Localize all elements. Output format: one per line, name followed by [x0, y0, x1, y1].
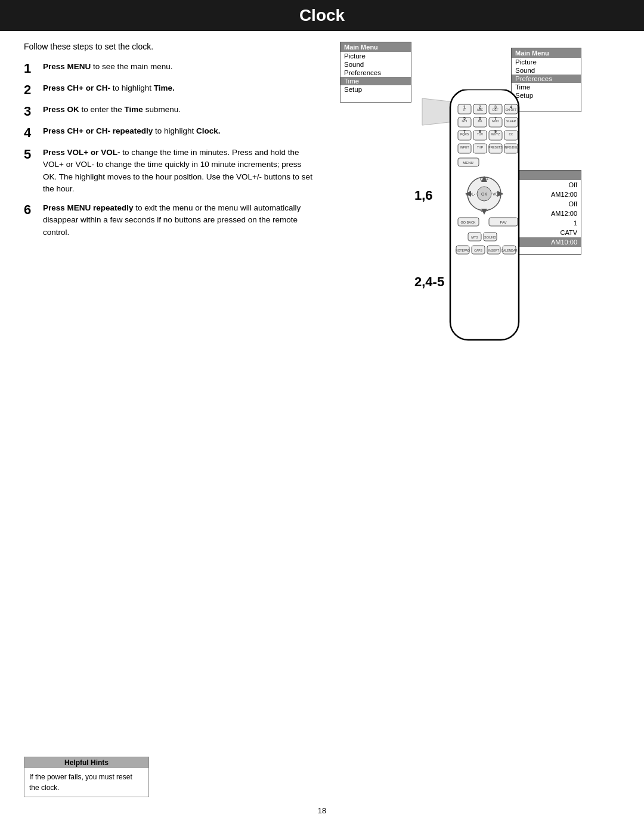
- svg-text:8: 8: [479, 129, 481, 134]
- step-3-text: Press OK to enter the Time submenu.: [43, 104, 181, 116]
- main-menu-large-item-time: Time: [340, 77, 411, 85]
- step-6-text: Press MENU repeatedly to exit the menu o…: [43, 202, 316, 239]
- helpful-hints-box: Helpful Hints If the power fails, you mu…: [24, 757, 149, 797]
- main-menu-large-spacer: [340, 94, 411, 102]
- svg-text:INFO/DEL: INFO/DEL: [504, 145, 518, 149]
- svg-text:SOUND: SOUND: [484, 236, 496, 239]
- main-menu-small-item-sound: Sound: [512, 66, 581, 75]
- step-1: 1 Press MENU to see the main menu.: [24, 61, 316, 75]
- step-6-number: 6: [24, 203, 38, 216]
- svg-text:2: 2: [479, 105, 481, 109]
- svg-text:INPUT: INPUT: [460, 145, 469, 149]
- svg-text:OK: OK: [481, 192, 487, 196]
- svg-text:5: 5: [463, 116, 466, 120]
- remote-diagram: Main Menu Picture Sound Preferences Time…: [328, 42, 584, 411]
- intro-text: Follow these steps to set the clock.: [24, 42, 316, 51]
- step-1-text: Press MENU to see the main menu.: [43, 61, 173, 73]
- step-4: 4 Press CH+ or CH- repeatedly to highlig…: [24, 125, 316, 140]
- page-number: 18: [318, 806, 326, 815]
- svg-text:THP: THP: [477, 145, 484, 149]
- svg-text:SLEEP: SLEEP: [506, 119, 516, 123]
- main-menu-small-item-preferences: Preferences: [512, 75, 581, 83]
- svg-text:NOTEPAD: NOTEPAD: [456, 249, 470, 252]
- step-4-text: Press CH+ or CH- repeatedly to highlight…: [43, 125, 221, 137]
- steps-list: 1 Press MENU to see the main menu. 2 Pre…: [24, 61, 316, 239]
- step-3: 3 Press OK to enter the Time submenu.: [24, 104, 316, 118]
- svg-text:4: 4: [510, 105, 512, 109]
- step-2-text: Press CH+ or CH- to highlight Time.: [43, 82, 175, 94]
- svg-text:CC: CC: [509, 132, 513, 136]
- step-4-number: 4: [24, 126, 38, 140]
- step-2: 2 Press CH+ or CH- to highlight Time.: [24, 82, 316, 97]
- svg-text:6: 6: [479, 116, 481, 120]
- svg-text:MENU: MENU: [463, 161, 473, 165]
- svg-text:GO BACK: GO BACK: [460, 221, 475, 224]
- main-menu-large-item-sound: Sound: [340, 60, 411, 69]
- svg-text:MTS: MTS: [471, 236, 478, 239]
- svg-text:INSERT: INSERT: [488, 249, 499, 252]
- svg-text:CAPS: CAPS: [474, 249, 482, 252]
- main-menu-large-item-setup: Setup: [340, 85, 411, 94]
- step-5-number: 5: [24, 148, 38, 161]
- step-5-text: Press VOL+ or VOL- to change the time in…: [43, 147, 316, 195]
- main-menu-large-item-picture: Picture: [340, 52, 411, 60]
- svg-text:7: 7: [463, 129, 466, 134]
- svg-text:1: 1: [463, 105, 466, 109]
- svg-text:CALENDAR: CALENDAR: [501, 249, 518, 252]
- svg-text:9: 9: [494, 129, 497, 134]
- step-2-number: 2: [24, 83, 38, 97]
- hints-header: Helpful Hints: [24, 757, 148, 768]
- page-title: Clock: [0, 0, 644, 31]
- main-menu-small-item-picture: Picture: [512, 58, 581, 66]
- hints-body: If the power fails, you must reset the c…: [24, 768, 148, 797]
- step-6: 6 Press MENU repeatedly to exit the menu…: [24, 202, 316, 239]
- svg-text:FAV: FAV: [500, 221, 507, 224]
- step-3-number: 3: [24, 105, 38, 118]
- main-menu-large: Main Menu Picture Sound Preferences Time…: [340, 42, 411, 103]
- step-5: 5 Press VOL+ or VOL- to change the time …: [24, 147, 316, 195]
- svg-text:PRESETS: PRESETS: [488, 145, 503, 149]
- main-menu-large-header: Main Menu: [340, 42, 411, 52]
- svg-text:7: 7: [494, 116, 497, 120]
- main-menu-large-item-preferences: Preferences: [340, 69, 411, 77]
- svg-text:3: 3: [494, 105, 497, 109]
- remote-control-svg: +/- ABC DEF GH-OFF 1 2 3 4 GHI JKL MNO S…: [432, 89, 537, 382]
- step-label-1-6: 1,6: [414, 188, 433, 203]
- step-1-number: 1: [24, 62, 38, 75]
- main-menu-small-header: Main Menu: [512, 48, 581, 58]
